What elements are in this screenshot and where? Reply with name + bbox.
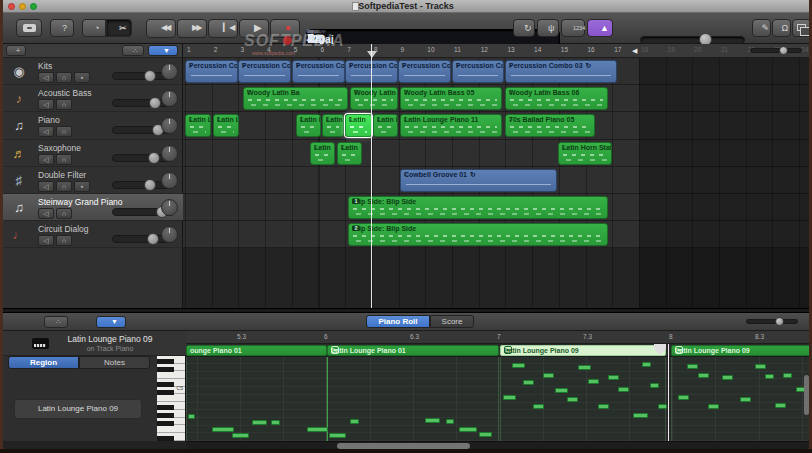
midi-note[interactable] xyxy=(329,433,346,438)
midi-note[interactable] xyxy=(755,364,766,369)
region-latin-l[interactable]: ≡Latin L xyxy=(185,114,211,137)
midi-note[interactable] xyxy=(633,413,648,418)
midi-note[interactable] xyxy=(722,375,733,380)
midi-note[interactable] xyxy=(642,362,651,367)
region-latin-l[interactable]: ≡Latin L xyxy=(296,114,321,137)
region-latin[interactable]: ≡Latin xyxy=(337,142,362,165)
region-70s-ballad-piano-05[interactable]: ≡70s Ballad Piano 05 xyxy=(505,114,595,137)
black-key[interactable] xyxy=(157,436,174,441)
pan-knob[interactable] xyxy=(161,90,178,107)
midi-note[interactable] xyxy=(598,404,609,409)
solo-button[interactable]: ∩ xyxy=(56,99,72,110)
note-pad-button[interactable]: ✎ xyxy=(752,19,771,37)
midi-note[interactable] xyxy=(783,373,792,378)
region-percussion-co[interactable]: ≡Percussion Co xyxy=(185,60,238,83)
record-button[interactable]: ● xyxy=(270,19,300,38)
fast-forward-button[interactable]: ▶▶ xyxy=(177,19,207,38)
white-key[interactable] xyxy=(157,395,186,403)
solo-button[interactable]: ∩ xyxy=(56,72,72,83)
midi-note[interactable] xyxy=(765,374,774,379)
track-header-acoustic-bass[interactable]: ♪Acoustic Bass◁∩ xyxy=(0,85,183,112)
region-percussion-combo-03[interactable]: ≡Percussion Combo 03↻ xyxy=(505,60,617,83)
region-latin-horn-stab[interactable]: ≡Latin Horn Stab xyxy=(558,142,612,165)
mute-button[interactable]: ◁ xyxy=(38,99,54,110)
editor-ruler[interactable]: 5.366.377.388.3 xyxy=(186,331,812,344)
tuner-button[interactable]: ψ xyxy=(537,19,559,37)
automation-button[interactable]: ∴ xyxy=(122,45,144,56)
editor-zoom-slider[interactable] xyxy=(746,319,798,324)
midi-note[interactable] xyxy=(307,427,328,432)
mute-button[interactable]: ◁ xyxy=(38,208,54,219)
tab-piano-roll[interactable]: Piano Roll xyxy=(366,315,430,328)
region-percussion-co[interactable]: ≡Percussion Co xyxy=(452,60,504,83)
midi-note[interactable] xyxy=(232,433,249,438)
black-key[interactable] xyxy=(157,390,174,395)
midi-note[interactable] xyxy=(350,419,359,424)
midi-note[interactable] xyxy=(578,365,591,370)
midi-note[interactable] xyxy=(658,404,667,409)
midi-note[interactable] xyxy=(618,387,629,392)
midi-note[interactable] xyxy=(533,404,544,409)
library-button[interactable] xyxy=(16,19,42,37)
midi-note[interactable] xyxy=(212,427,234,432)
region-woody-latin-bass-06[interactable]: ≡Woody Latin Bass 06 xyxy=(505,87,608,110)
solo-button[interactable]: ∩ xyxy=(56,235,72,246)
smart-controls-button[interactable]: ◔ xyxy=(82,19,106,37)
editor-horizontal-scrollbar[interactable] xyxy=(186,441,812,449)
region-play-icon[interactable]: ▶ xyxy=(331,346,339,354)
black-key[interactable] xyxy=(157,413,174,418)
midi-note[interactable] xyxy=(608,375,619,380)
solo-button[interactable]: ∩ xyxy=(56,126,72,137)
track-header-steinway-grand-piano[interactable]: ♫Steinway Grand Piano◁∩ xyxy=(0,194,183,221)
piano-keyboard-strip[interactable]: C5 xyxy=(157,356,186,441)
editor-region-latin-lounge-piano-09[interactable]: ▶Latin Lounge Piano 09 xyxy=(500,345,666,356)
tab-notes[interactable]: Notes xyxy=(79,356,150,369)
track-volume-thumb[interactable] xyxy=(149,97,161,109)
track-volume-thumb[interactable] xyxy=(144,179,156,191)
end-of-song-marker[interactable]: ◀ xyxy=(632,47,637,55)
tab-region[interactable]: Region xyxy=(8,356,79,369)
midi-note[interactable] xyxy=(459,427,477,432)
midi-note[interactable] xyxy=(512,363,525,368)
track-header-circuit-dialog[interactable]: ♩Circuit Dialog◁∩ xyxy=(0,221,183,248)
region-woody-latin-ba[interactable]: ≡Woody Latin Ba xyxy=(243,87,348,110)
region-percussion-co[interactable]: ≡Percussion Co xyxy=(292,60,345,83)
arrange-zoom-knob[interactable] xyxy=(779,46,788,55)
midi-note[interactable] xyxy=(425,418,440,423)
master-volume-slider[interactable] xyxy=(640,36,745,44)
mute-button[interactable]: ◁ xyxy=(38,126,54,137)
mute-button[interactable]: ◁ xyxy=(38,181,54,192)
region-percussion-co[interactable]: ≡Percussion Co xyxy=(238,60,291,83)
white-key[interactable] xyxy=(157,371,186,379)
pan-knob[interactable] xyxy=(161,117,178,134)
pan-knob[interactable] xyxy=(161,63,178,80)
black-key[interactable] xyxy=(157,359,174,364)
track-volume-thumb[interactable] xyxy=(144,70,156,82)
midi-note[interactable] xyxy=(678,395,689,400)
region-blip-side-blip-side[interactable]: 2≡Blip Side: Blip Side xyxy=(348,223,608,246)
editor-playhead[interactable] xyxy=(668,344,669,441)
midi-note[interactable] xyxy=(271,420,280,425)
solo-button[interactable]: ∩ xyxy=(56,208,72,219)
title-bar[interactable]: SoftpediaTest - Tracks xyxy=(0,0,812,13)
quick-help-button[interactable]: ? xyxy=(50,19,74,37)
editor-automation-button[interactable]: ∴ xyxy=(44,316,68,328)
track-header-piano[interactable]: ♫Piano◁∩ xyxy=(0,112,183,139)
play-button[interactable]: ▶ xyxy=(239,19,269,38)
tab-score[interactable]: Score xyxy=(430,315,474,328)
midi-note[interactable] xyxy=(543,373,554,378)
region-play-icon[interactable]: ▶ xyxy=(675,346,683,354)
track-header-double-filter[interactable]: ♯Double Filter◁∩▪ xyxy=(0,167,183,194)
region-blip-side-blip-side[interactable]: 1≡Blip Side: Blip Side xyxy=(348,196,608,219)
arrange-zoom-slider[interactable] xyxy=(750,48,802,53)
solo-button[interactable]: ∩ xyxy=(56,181,72,192)
editor-region-latin-lounge-piano-01[interactable]: ▶Latin Lounge Piano 01 xyxy=(327,345,499,356)
track-extra-button[interactable]: ▪ xyxy=(74,72,90,83)
count-in-button[interactable]: 1234 xyxy=(561,19,585,37)
region-percussion-co[interactable]: ≡Percussion Co xyxy=(398,60,451,83)
track-extra-button[interactable]: ▪ xyxy=(74,181,90,192)
track-volume-thumb[interactable] xyxy=(147,233,159,245)
region-latin[interactable]: ≡Latin xyxy=(310,142,335,165)
pan-knob[interactable] xyxy=(161,199,178,216)
midi-note[interactable] xyxy=(567,397,578,402)
